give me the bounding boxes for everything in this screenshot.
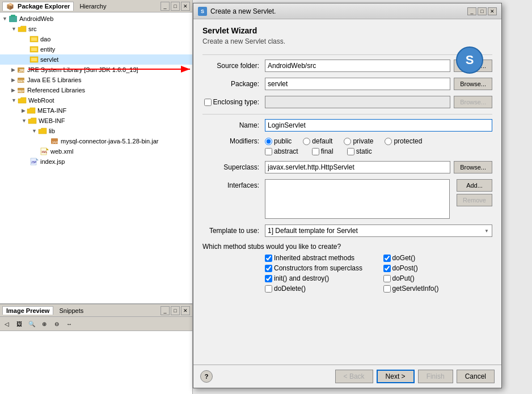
dialog-titlebar: S Create a new Servlet. _ □ ✕ [193, 3, 501, 19]
finish-button[interactable]: Finish [418, 370, 453, 383]
stub-init-checkbox[interactable] [265, 275, 272, 282]
divider2 [202, 114, 492, 115]
modifier-default-label[interactable]: default [303, 137, 332, 145]
divider [202, 54, 492, 55]
modifiers-label: Modifiers: [202, 137, 265, 145]
modifier-final-label[interactable]: final [312, 147, 333, 155]
stubs-title: Which method stubs would you like to cre… [202, 243, 492, 251]
name-row: Name: [202, 119, 492, 132]
stub-constructors-label[interactable]: Constructors from superclass [265, 264, 370, 272]
interfaces-label: Interfaces: [202, 179, 265, 189]
dialog-close-btn[interactable]: ✕ [488, 7, 497, 15]
interfaces-remove-btn[interactable]: Remove [457, 194, 492, 206]
name-label: Name: [202, 121, 265, 129]
help-button[interactable]: ? [200, 370, 213, 383]
wizard-title: Servlet Wizard [202, 26, 492, 35]
enclosing-type-checkbox[interactable] [204, 99, 212, 106]
name-input[interactable] [265, 119, 492, 132]
superclass-browse-btn[interactable]: Browse... [454, 161, 492, 173]
interfaces-row: Interfaces: Add... Remove [202, 179, 492, 219]
package-input[interactable] [265, 78, 450, 90]
modifier-private-label[interactable]: private [344, 137, 373, 145]
dialog-overlay: S Create a new Servlet. _ □ ✕ S Servlet … [0, 0, 532, 394]
modifier-protected-label[interactable]: protected [385, 137, 422, 145]
modifiers-row: Modifiers: public default [202, 137, 492, 155]
dialog-minimize-btn[interactable]: _ [467, 7, 476, 15]
wizard-subtitle: Create a new Servlet class. [202, 37, 492, 45]
stubs-grid: Inherited abstract methods doGet() Const… [265, 254, 492, 293]
footer-left: ? [200, 370, 213, 383]
package-row: Package: Browse... [202, 78, 492, 90]
source-folder-row: Source folder: Browse... [202, 60, 492, 72]
dialog-window-buttons: _ □ ✕ [467, 7, 497, 15]
superclass-input[interactable] [265, 161, 450, 173]
modifier-public-radio[interactable] [265, 138, 272, 145]
modifier-private-radio[interactable] [344, 138, 351, 145]
template-select-wrapper: 1] Default template for Servlet [265, 224, 492, 237]
dialog-app-icon: S [198, 7, 207, 16]
modifier-protected-radio[interactable] [385, 138, 392, 145]
template-select[interactable]: 1] Default template for Servlet [265, 224, 492, 237]
stub-doput-checkbox[interactable] [383, 275, 391, 282]
source-folder-label: Source folder: [202, 62, 265, 70]
stub-inherited-label[interactable]: Inherited abstract methods [265, 254, 370, 262]
stub-dopost-label[interactable]: doPost() [383, 264, 488, 272]
template-row: Template to use: 1] Default template for… [202, 224, 492, 237]
stub-constructors-checkbox[interactable] [265, 265, 272, 272]
cancel-button[interactable]: Cancel [457, 370, 495, 383]
stub-dodelete-checkbox[interactable] [265, 285, 272, 293]
modifier-public-label[interactable]: public [265, 137, 292, 145]
stub-dopost-checkbox[interactable] [383, 265, 391, 272]
create-servlet-dialog: S Create a new Servlet. _ □ ✕ S Servlet … [193, 3, 502, 388]
next-button[interactable]: Next > [377, 370, 415, 383]
superclass-row: Superclass: Browse... [202, 161, 492, 173]
interfaces-textarea[interactable] [265, 179, 450, 219]
superclass-label: Superclass: [202, 163, 265, 171]
stubs-section: Which method stubs would you like to cre… [202, 243, 492, 293]
stub-dodelete-label[interactable]: doDelete() [265, 285, 370, 293]
stub-init-label[interactable]: init() and destroy() [265, 274, 370, 282]
template-label: Template to use: [202, 227, 265, 235]
servlet-wizard-icon: S [456, 46, 483, 74]
stub-doget-checkbox[interactable] [383, 255, 391, 262]
dialog-content: S Servlet Wizard Create a new Servlet cl… [193, 19, 501, 365]
stub-doput-label[interactable]: doPut() [383, 274, 488, 282]
enclosing-type-cb-label[interactable]: Enclosing type: [213, 98, 259, 106]
stub-inherited-checkbox[interactable] [265, 255, 272, 262]
enclosing-type-input[interactable] [265, 96, 450, 108]
package-browse-btn[interactable]: Browse... [454, 78, 492, 90]
dialog-title-text: Create a new Servlet. [210, 7, 276, 15]
modifier-default-radio[interactable] [303, 138, 310, 145]
stub-doget-label[interactable]: doGet() [383, 254, 488, 262]
stub-getservletinfo-label[interactable]: getServletInfo() [383, 285, 488, 293]
modifier-abstract-checkbox[interactable] [265, 148, 272, 155]
modifier-static-checkbox[interactable] [347, 148, 354, 155]
dialog-title-left: S Create a new Servlet. [198, 7, 276, 16]
modifier-final-checkbox[interactable] [312, 148, 319, 155]
modifier-abstract-label[interactable]: abstract [265, 147, 298, 155]
enclosing-browse-btn[interactable]: Browse... [454, 96, 492, 108]
enclosing-type-row: Enclosing type: Browse... [202, 96, 492, 108]
footer-right: < Back Next > Finish Cancel [335, 370, 495, 383]
source-folder-input[interactable] [265, 60, 450, 72]
main-container: 📦 Package Explorer Hierarchy _ □ ✕ ▼ [0, 0, 532, 394]
back-button[interactable]: < Back [335, 370, 373, 383]
package-label: Package: [202, 80, 265, 88]
dialog-footer: ? < Back Next > Finish Cancel [193, 365, 501, 388]
dialog-maximize-btn[interactable]: □ [478, 7, 487, 15]
modifier-static-label[interactable]: static [347, 147, 372, 155]
interfaces-add-btn[interactable]: Add... [457, 179, 492, 192]
stub-getservletinfo-checkbox[interactable] [383, 285, 391, 293]
